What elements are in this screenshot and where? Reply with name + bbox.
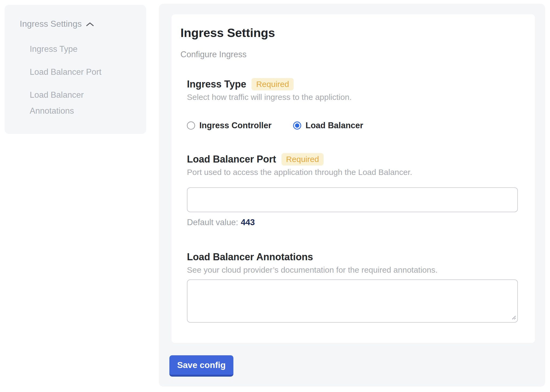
field-heading-row: Ingress Type Required bbox=[187, 78, 519, 90]
sidebar-item-load-balancer-annotations[interactable]: Load Balancer Annotations bbox=[30, 87, 111, 119]
ingress-settings-card: Ingress Settings Configure Ingress Ingre… bbox=[172, 14, 535, 343]
radio-selected-icon[interactable] bbox=[293, 121, 301, 130]
chevron-up-icon[interactable] bbox=[86, 22, 94, 27]
sidebar-item-ingress-type[interactable]: Ingress Type bbox=[30, 41, 111, 57]
field-label-ingress-type: Ingress Type bbox=[187, 78, 246, 90]
field-heading-row: Load Balancer Annotations bbox=[187, 251, 519, 263]
page-subtitle: Configure Ingress bbox=[180, 49, 519, 60]
radio-option-ingress-controller[interactable]: Ingress Controller bbox=[187, 120, 271, 131]
required-badge: Required bbox=[281, 153, 324, 165]
field-description-load-balancer-port: Port used to access the application thro… bbox=[187, 167, 519, 177]
section-ingress-type: Ingress Type Required Select how traffic… bbox=[187, 78, 519, 131]
sidebar-section-ingress-settings[interactable]: Ingress Settings bbox=[20, 18, 138, 29]
sidebar-item-load-balancer-port[interactable]: Load Balancer Port bbox=[30, 64, 111, 80]
required-badge: Required bbox=[251, 78, 294, 90]
field-description-load-balancer-annotations: See your cloud provider’s documentation … bbox=[187, 265, 519, 275]
settings-nav-sidebar: Ingress Settings Ingress Type Load Balan… bbox=[5, 5, 146, 134]
sidebar-item-list: Ingress Type Load Balancer Port Load Bal… bbox=[30, 41, 138, 119]
annotations-textarea-wrapper bbox=[187, 279, 518, 323]
section-load-balancer-annotations: Load Balancer Annotations See your cloud… bbox=[187, 251, 519, 323]
page-title: Ingress Settings bbox=[180, 26, 519, 40]
sidebar-section-label: Ingress Settings bbox=[20, 18, 82, 29]
field-label-load-balancer-port: Load Balancer Port bbox=[187, 153, 276, 165]
default-value: 443 bbox=[241, 218, 255, 227]
ingress-type-radio-group: Ingress Controller Load Balancer bbox=[187, 120, 519, 131]
main-panel: Ingress Settings Configure Ingress Ingre… bbox=[159, 4, 545, 387]
radio-label-ingress-controller: Ingress Controller bbox=[199, 120, 271, 131]
load-balancer-port-input[interactable] bbox=[187, 187, 518, 212]
load-balancer-annotations-textarea[interactable] bbox=[187, 279, 518, 323]
field-heading-row: Load Balancer Port Required bbox=[187, 153, 519, 165]
resize-handle-icon[interactable] bbox=[510, 313, 516, 321]
save-config-button[interactable]: Save config bbox=[169, 355, 233, 377]
radio-option-load-balancer[interactable]: Load Balancer bbox=[293, 120, 363, 131]
field-description-ingress-type: Select how traffic will ingress to the a… bbox=[187, 92, 519, 102]
default-value-row: Default value:443 bbox=[187, 217, 519, 228]
radio-unselected-icon[interactable] bbox=[187, 121, 195, 130]
page: Ingress Settings Ingress Type Load Balan… bbox=[0, 0, 550, 392]
radio-label-load-balancer: Load Balancer bbox=[306, 120, 363, 131]
default-value-label: Default value: bbox=[187, 218, 238, 227]
section-load-balancer-port: Load Balancer Port Required Port used to… bbox=[187, 153, 519, 228]
field-label-load-balancer-annotations: Load Balancer Annotations bbox=[187, 251, 313, 263]
